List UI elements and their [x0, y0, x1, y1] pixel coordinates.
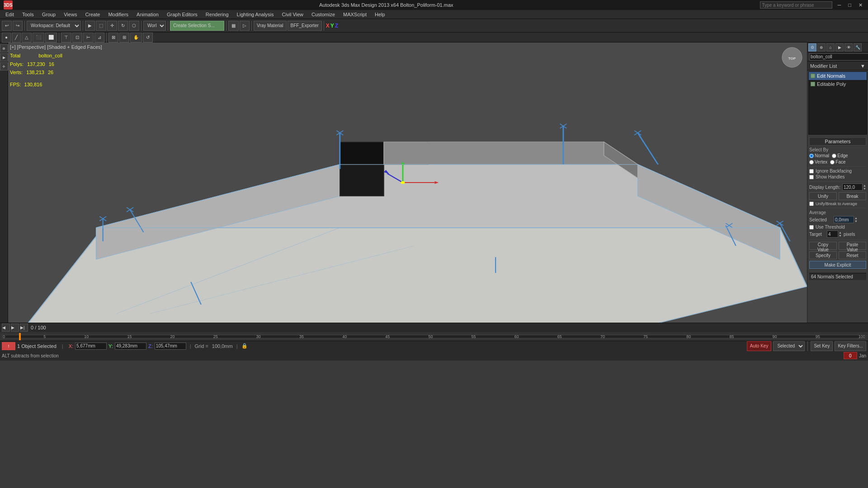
- modify-tab-btn[interactable]: ⚙: [808, 43, 816, 52]
- menu-group[interactable]: Group: [38, 11, 60, 18]
- reset-btn[interactable]: Reset: [839, 251, 866, 259]
- display-length-input[interactable]: 120,0: [842, 183, 863, 191]
- target-value-input[interactable]: 4: [827, 230, 838, 238]
- face-radio-option[interactable]: Face: [830, 160, 845, 164]
- play-btn[interactable]: ▶: [11, 324, 19, 332]
- target-spinner[interactable]: 4 ▲ ▼: [827, 230, 842, 238]
- menu-civil-view[interactable]: Civil View: [278, 11, 307, 18]
- create-tab-btn[interactable]: ⊕: [817, 43, 826, 52]
- menu-animation[interactable]: Animation: [133, 11, 162, 18]
- minimize-btn[interactable]: ─: [836, 2, 843, 8]
- menu-views[interactable]: Views: [60, 11, 80, 18]
- undo-btn[interactable]: ↩: [2, 21, 12, 31]
- scale-btn[interactable]: ⬡: [129, 21, 139, 31]
- region-zoom-btn[interactable]: ⊞: [119, 33, 129, 42]
- show-handles-check[interactable]: [809, 175, 814, 179]
- show-handles-row[interactable]: Show Handles: [809, 174, 866, 179]
- normal-radio[interactable]: [809, 154, 814, 158]
- vray-material-btn[interactable]: Vray Material: [254, 21, 287, 31]
- object-name-field[interactable]: bolton_coll: [809, 53, 868, 61]
- render-btn[interactable]: ▷: [240, 21, 250, 31]
- create-selection-btn[interactable]: Create Selection S...: [170, 21, 224, 31]
- prev-frame-btn[interactable]: ◀: [2, 324, 10, 332]
- hierarchy-tab-btn[interactable]: ⌂: [826, 43, 835, 52]
- status-error-indicator[interactable]: !: [2, 342, 15, 350]
- display-length-up[interactable]: ▲: [863, 184, 866, 187]
- z-coord-input[interactable]: 105,47mm: [155, 343, 186, 350]
- target-down[interactable]: ▼: [839, 234, 842, 237]
- unify-btn[interactable]: Unify: [809, 192, 837, 200]
- copy-value-btn[interactable]: Copy Value: [809, 242, 837, 250]
- edge-subobj-btn[interactable]: ╱: [12, 33, 21, 42]
- y-coord-input[interactable]: 49,283mm: [115, 343, 146, 350]
- menu-create[interactable]: Create: [81, 11, 104, 18]
- selected-anim-select[interactable]: Selected: [773, 341, 805, 351]
- time-input[interactable]: 0: [844, 352, 857, 359]
- modifier-stack[interactable]: Edit Normals Editable Poly: [808, 71, 867, 135]
- auto-key-btn[interactable]: Auto Key: [747, 341, 772, 351]
- modifier-edit-normals[interactable]: Edit Normals: [809, 72, 867, 80]
- selected-spinner[interactable]: 0,0mm ▲ ▼: [834, 216, 858, 223]
- select-object-btn[interactable]: ▶: [85, 21, 95, 31]
- target-up[interactable]: ▲: [839, 231, 842, 234]
- select-region-btn[interactable]: ⬚: [96, 21, 106, 31]
- specify-btn[interactable]: Specify: [809, 251, 837, 259]
- vertex-subobj-btn[interactable]: ●: [2, 33, 11, 42]
- selected-down[interactable]: ▼: [854, 220, 858, 223]
- timeline-ruler[interactable]: 0 5 10 15 20 25 30 35 40 45 50 55 60 65 …: [0, 332, 868, 341]
- display-tab-btn[interactable]: 👁: [844, 43, 853, 52]
- vertex-radio-option[interactable]: Vertex: [809, 160, 827, 164]
- vertex-radio[interactable]: [809, 160, 814, 164]
- coord-system-select[interactable]: World: [143, 21, 166, 31]
- display-length-arrows[interactable]: ▲ ▼: [863, 184, 866, 190]
- utilities-tab-btn[interactable]: 🔧: [854, 43, 862, 52]
- key-filters-btn[interactable]: Key Filters...: [835, 341, 866, 351]
- zoom-extents-btn[interactable]: ⊠: [108, 33, 118, 42]
- paste-value-btn[interactable]: Paste Value: [839, 242, 866, 250]
- navigation-cube[interactable]: TOP: [781, 46, 803, 69]
- display-length-down[interactable]: ▼: [863, 187, 866, 190]
- orbit-btn[interactable]: ↺: [143, 33, 153, 42]
- view-persp-btn[interactable]: ⊿: [94, 33, 104, 42]
- left-move-btn[interactable]: ✛: [0, 62, 8, 70]
- use-threshold-row[interactable]: Use Threshold: [809, 225, 866, 230]
- menu-customize[interactable]: Customize: [308, 11, 339, 18]
- element-subobj-btn[interactable]: ⬜: [45, 33, 57, 42]
- pan-btn[interactable]: ✋: [130, 33, 142, 42]
- mod-visibility-editable-poly[interactable]: [811, 82, 815, 86]
- target-arrows[interactable]: ▲ ▼: [839, 231, 842, 237]
- x-coord-input[interactable]: 5,677mm: [75, 343, 107, 350]
- unify-break-avg-check[interactable]: [809, 202, 814, 206]
- set-key-btn[interactable]: Set Key: [811, 341, 833, 351]
- left-create-btn[interactable]: ⊕: [0, 44, 8, 52]
- menu-modifiers[interactable]: Modifiers: [104, 11, 132, 18]
- unify-break-avg-row[interactable]: Unify/Break to Average: [809, 202, 866, 206]
- ignore-backfacing-check[interactable]: [809, 169, 814, 174]
- menu-rendering[interactable]: Rendering: [202, 11, 232, 18]
- viewport-container[interactable]: [+] [Perspective] [Shaded + Edged Faces]…: [8, 42, 807, 323]
- close-btn[interactable]: ✕: [857, 2, 864, 8]
- menu-tools[interactable]: Tools: [19, 11, 38, 18]
- selected-arrows[interactable]: ▲ ▼: [854, 216, 858, 223]
- make-explicit-btn[interactable]: Make Explicit: [809, 261, 866, 269]
- view-left-btn[interactable]: ⊢: [83, 33, 94, 42]
- view-top-btn[interactable]: ⊤: [61, 33, 71, 42]
- rotate-btn[interactable]: ↻: [118, 21, 128, 31]
- workspace-select[interactable]: Workspace: Default: [27, 21, 81, 31]
- face-radio[interactable]: [830, 160, 835, 164]
- keyword-search[interactable]: [760, 1, 832, 9]
- move-btn[interactable]: ✛: [107, 21, 117, 31]
- maximize-btn[interactable]: □: [846, 2, 853, 8]
- edge-radio-option[interactable]: Edge: [832, 153, 848, 158]
- ignore-backfacing-row[interactable]: Ignore Backfacing: [809, 169, 866, 174]
- mod-visibility-edit-normals[interactable]: [811, 74, 815, 78]
- display-length-spinner[interactable]: 120,0 ▲ ▼: [842, 183, 866, 191]
- selected-value-input[interactable]: 0,0mm: [834, 216, 854, 223]
- menu-graph-editors[interactable]: Graph Editors: [163, 11, 201, 18]
- redo-btn[interactable]: ↪: [13, 21, 23, 31]
- menu-lighting[interactable]: Lighting Analysis: [233, 11, 278, 18]
- render-setup-btn[interactable]: ▦: [228, 21, 239, 31]
- bff-exporter-btn[interactable]: BFF_Exporter: [288, 21, 322, 31]
- use-threshold-check[interactable]: [809, 225, 814, 230]
- break-btn[interactable]: Break: [839, 192, 866, 200]
